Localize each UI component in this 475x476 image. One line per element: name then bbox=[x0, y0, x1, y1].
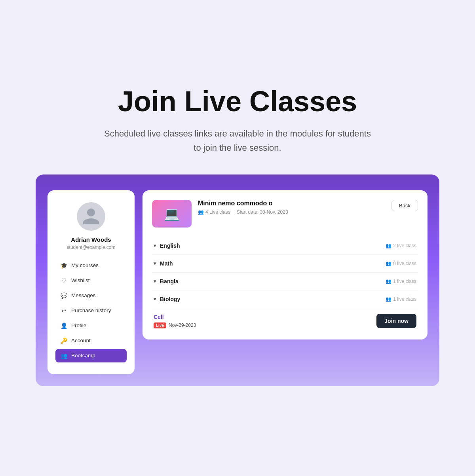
wishlist-icon: ♡ bbox=[60, 277, 67, 284]
sidebar-item-label: Profile bbox=[71, 322, 86, 328]
module-live-count: 1 live class bbox=[393, 296, 416, 302]
live-class-icon-sm: 👥 bbox=[386, 296, 391, 302]
main-content: 💻 Minim nemo commodo o 👥 4 Live class St… bbox=[142, 190, 428, 339]
chevron-down-icon: ▾ bbox=[154, 279, 156, 284]
module-row-english[interactable]: ▾ English 👥 2 live class bbox=[152, 237, 418, 255]
purchase-history-icon: ↩ bbox=[60, 307, 67, 314]
hero-title: Join Live Classes bbox=[36, 86, 439, 117]
live-class-count: 👥 4 Live class bbox=[198, 209, 230, 215]
sidebar-item-purchase-history[interactable]: ↩ Purchase history bbox=[55, 304, 127, 317]
account-icon: 🔑 bbox=[60, 338, 67, 344]
course-thumbnail: 💻 bbox=[152, 200, 192, 228]
module-live-count: 2 live class bbox=[393, 243, 416, 248]
module-right: 👥 1 live class bbox=[386, 279, 416, 284]
chevron-down-icon: ▾ bbox=[154, 261, 156, 266]
sidebar-item-profile[interactable]: 👤 Profile bbox=[55, 319, 127, 332]
module-live-count: 0 live class bbox=[393, 261, 416, 266]
live-class-icon-sm: 👥 bbox=[386, 261, 391, 266]
live-badge: Live bbox=[154, 322, 166, 328]
avatar bbox=[77, 202, 105, 231]
session-date-text: Nov-29-2023 bbox=[169, 322, 196, 328]
live-class-icon-sm: 👥 bbox=[386, 243, 391, 248]
sidebar-item-label: Account bbox=[71, 338, 91, 343]
module-name: English bbox=[160, 243, 180, 249]
chevron-down-icon: ▾ bbox=[154, 296, 156, 302]
chevron-down-icon: ▾ bbox=[154, 243, 156, 248]
live-session-header: Cell Live Nov-29-2023 Join now bbox=[154, 314, 416, 328]
module-live-count: 1 live class bbox=[393, 279, 416, 284]
sidebar-item-label: My courses bbox=[71, 262, 99, 268]
module-row-math[interactable]: ▾ Math 👥 0 live class bbox=[152, 255, 418, 273]
module-left: ▾ English bbox=[154, 243, 180, 249]
module-name: Bangla bbox=[160, 278, 179, 284]
join-now-button[interactable]: Join now bbox=[376, 314, 416, 328]
live-class-icon: 👥 bbox=[198, 209, 204, 215]
sidebar-item-bootcamp[interactable]: 👥 Bootcamp bbox=[55, 349, 127, 362]
course-title: Minim nemo commodo o bbox=[198, 200, 385, 207]
course-header: 💻 Minim nemo commodo o 👥 4 Live class St… bbox=[152, 200, 418, 228]
session-info: Cell Live Nov-29-2023 bbox=[154, 314, 196, 328]
session-name[interactable]: Cell bbox=[154, 314, 196, 320]
start-date: Start date: 30-Nov, 2023 bbox=[237, 209, 288, 215]
user-email: student@example.com bbox=[67, 245, 116, 250]
module-right: 👥 0 live class bbox=[386, 261, 416, 266]
my-courses-icon: 🎓 bbox=[60, 262, 67, 269]
sidebar-item-label: Bootcamp bbox=[71, 353, 95, 358]
module-right: 👥 1 live class bbox=[386, 296, 416, 302]
back-button[interactable]: Back bbox=[391, 200, 418, 211]
page-wrapper: Join Live Classes Scheduled live classes… bbox=[20, 66, 455, 410]
module-row-bangla[interactable]: ▾ Bangla 👥 1 live class bbox=[152, 273, 418, 290]
sidebar-item-account[interactable]: 🔑 Account bbox=[55, 334, 127, 347]
session-date: Live Nov-29-2023 bbox=[154, 322, 196, 328]
course-info: Minim nemo commodo o 👥 4 Live class Star… bbox=[198, 200, 385, 215]
user-name: Adrian Woods bbox=[71, 236, 111, 243]
sidebar-item-wishlist[interactable]: ♡ Wishlist bbox=[55, 274, 127, 287]
bootcamp-icon: 👥 bbox=[60, 353, 67, 359]
sidebar-nav: 🎓 My courses ♡ Wishlist 💬 Messages ↩ Pur… bbox=[55, 259, 127, 362]
sidebar-item-label: Messages bbox=[71, 292, 96, 298]
module-left: ▾ Math bbox=[154, 260, 173, 267]
module-right: 👥 2 live class bbox=[386, 243, 416, 248]
avatar-icon bbox=[81, 207, 101, 226]
live-class-icon-sm: 👥 bbox=[386, 279, 391, 284]
demo-container: Adrian Woods student@example.com 🎓 My co… bbox=[36, 174, 439, 386]
module-left: ▾ Biology bbox=[154, 296, 180, 302]
hero-subtitle: Scheduled live classes links are availab… bbox=[103, 127, 372, 154]
profile-icon: 👤 bbox=[60, 322, 67, 329]
sidebar-item-label: Purchase history bbox=[71, 307, 111, 313]
sidebar: Adrian Woods student@example.com 🎓 My co… bbox=[48, 190, 135, 374]
sidebar-item-label: Wishlist bbox=[71, 277, 90, 283]
messages-icon: 💬 bbox=[60, 292, 67, 299]
module-row-biology[interactable]: ▾ Biology 👥 1 live class bbox=[152, 290, 418, 308]
sidebar-item-messages[interactable]: 💬 Messages bbox=[55, 289, 127, 302]
course-meta: 👥 4 Live class Start date: 30-Nov, 2023 bbox=[198, 209, 385, 215]
course-thumb-icon: 💻 bbox=[164, 206, 180, 221]
live-session: Cell Live Nov-29-2023 Join now bbox=[152, 308, 418, 330]
module-name: Math bbox=[160, 260, 173, 267]
sidebar-item-my-courses[interactable]: 🎓 My courses bbox=[55, 259, 127, 272]
module-left: ▾ Bangla bbox=[154, 278, 179, 284]
module-name: Biology bbox=[160, 296, 180, 302]
